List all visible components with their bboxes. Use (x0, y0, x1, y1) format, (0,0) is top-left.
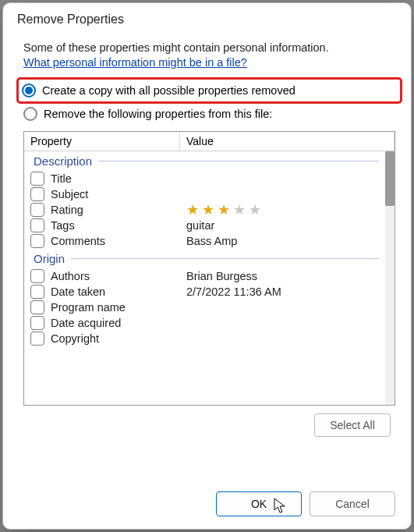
property-name: Date acquired (51, 317, 186, 329)
rating-stars: ★★★★★ (186, 203, 261, 217)
radio-dot-icon (23, 107, 37, 121)
select-all-button[interactable]: Select All (314, 413, 391, 437)
property-checkbox[interactable] (30, 218, 44, 232)
property-checkbox[interactable] (30, 187, 44, 201)
properties-scroll-area: DescriptionTitleSubjectRating★★★★★Tagsgu… (24, 151, 395, 405)
property-value: 2/7/2022 11:36 AM (186, 286, 380, 298)
star-icon: ★ (186, 203, 199, 217)
star-icon: ★ (202, 203, 214, 217)
property-row: Subject (24, 186, 384, 202)
group-header: Origin (24, 249, 384, 268)
property-row: Rating★★★★★ (24, 202, 384, 218)
property-row: Date taken2/7/2022 11:36 AM (24, 284, 384, 300)
scrollbar-thumb[interactable] (385, 151, 395, 206)
property-name: Program name (51, 301, 186, 314)
remove-properties-dialog: Remove Properties Some of these properti… (2, 2, 412, 530)
property-row: Program name (24, 300, 384, 315)
property-row: CommentsBass Amp (24, 233, 384, 249)
property-row: Copyright (24, 331, 384, 346)
property-value: guitar (186, 219, 380, 232)
property-checkbox[interactable] (30, 285, 44, 299)
group-header-label: Description (34, 154, 92, 168)
group-header-divider (71, 258, 379, 259)
property-name: Date taken (51, 286, 186, 298)
property-name: Tags (51, 219, 186, 232)
property-checkbox[interactable] (30, 234, 44, 248)
property-checkbox[interactable] (30, 172, 44, 186)
column-value[interactable]: Value (180, 132, 395, 151)
radio-group: Create a copy with all possible properti… (23, 80, 395, 123)
property-checkbox[interactable] (30, 316, 44, 330)
property-value: Bass Amp (186, 235, 380, 247)
group-header-divider (98, 161, 379, 161)
property-checkbox[interactable] (30, 300, 44, 314)
radio-remove-following[interactable]: Remove the following properties from thi… (23, 105, 395, 123)
column-headers: Property Value (24, 132, 395, 151)
dialog-title: Remove Properties (3, 3, 411, 31)
property-checkbox[interactable] (30, 332, 44, 346)
property-name: Rating (51, 204, 186, 216)
radio-create-copy-label: Create a copy with all possible properti… (42, 84, 295, 97)
cancel-button[interactable]: Cancel (310, 491, 395, 516)
group-header: Description (24, 151, 384, 171)
group-header-label: Origin (34, 252, 65, 265)
radio-remove-following-label: Remove the following properties from thi… (44, 108, 272, 120)
property-row: AuthorsBrian Burgess (24, 268, 384, 284)
star-icon: ★ (218, 203, 230, 217)
info-link[interactable]: What personal information might be in a … (23, 56, 395, 69)
property-name: Title (51, 172, 186, 185)
property-checkbox[interactable] (30, 203, 44, 217)
radio-dot-icon (22, 83, 36, 98)
property-value: ★★★★★ (186, 203, 380, 217)
select-all-row: Select All (23, 406, 395, 445)
scrollbar[interactable] (385, 151, 395, 405)
property-row: Tagsguitar (24, 218, 384, 233)
property-row: Title (24, 171, 384, 186)
star-icon: ★ (233, 203, 246, 217)
property-row: Date acquired (24, 315, 384, 331)
property-name: Copyright (51, 332, 186, 345)
intro-text: Some of these properties might contain p… (23, 41, 395, 56)
column-property[interactable]: Property (24, 132, 180, 151)
properties-list: Property Value DescriptionTitleSubjectRa… (23, 131, 395, 406)
property-name: Authors (51, 270, 186, 282)
ok-button[interactable]: OK (216, 491, 302, 516)
property-name: Comments (51, 235, 186, 247)
property-value: Brian Burgess (186, 270, 380, 282)
dialog-footer: OK Cancel (3, 487, 411, 529)
property-checkbox[interactable] (30, 269, 44, 283)
radio-create-copy[interactable]: Create a copy with all possible properti… (19, 80, 400, 101)
star-icon: ★ (249, 203, 261, 217)
property-name: Subject (51, 188, 186, 200)
dialog-body: Some of these properties might contain p… (3, 31, 411, 487)
